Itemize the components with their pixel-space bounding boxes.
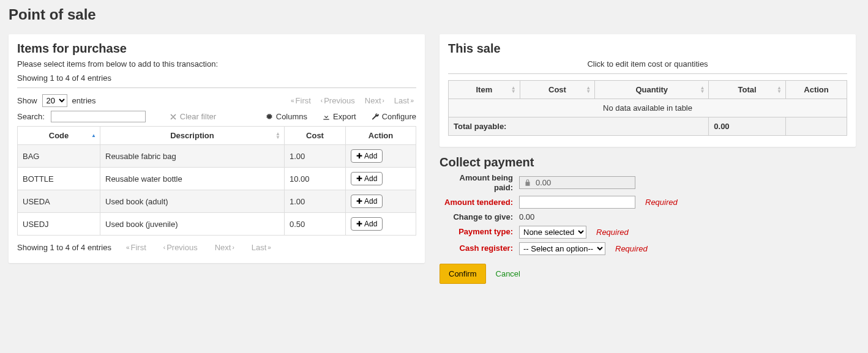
pager-prev-bottom[interactable]: ‹ Previous: [161, 243, 200, 252]
search-label: Search:: [17, 112, 45, 121]
payment-title: Collect payment: [440, 155, 856, 169]
pager-first-top[interactable]: « First: [288, 96, 313, 105]
sort-icon: ▲▼: [586, 86, 591, 94]
double-chevron-left-icon: «: [291, 97, 294, 104]
col-item[interactable]: Item▲▼: [449, 81, 520, 99]
export-button[interactable]: Export: [322, 112, 356, 121]
pager-last-bottom[interactable]: Last »: [249, 243, 274, 252]
chevron-left-icon: ‹: [321, 97, 323, 104]
sort-icon: ▲▼: [511, 86, 516, 94]
sort-icon: ▲▼: [777, 86, 782, 94]
no-data-cell: No data available in table: [449, 99, 847, 117]
cash-register-select[interactable]: -- Select an option--: [519, 242, 605, 255]
required-hint: Required: [645, 198, 678, 207]
total-payable-label: Total payable:: [449, 117, 709, 136]
table-row: USEDJ Used book (juvenile) 0.50 ✚Add: [18, 213, 416, 236]
configure-button[interactable]: Configure: [371, 112, 416, 121]
chevron-right-icon: ›: [383, 97, 384, 104]
sale-title: This sale: [448, 42, 847, 56]
cancel-link[interactable]: Cancel: [496, 269, 520, 278]
change-label: Change to give:: [440, 212, 513, 222]
amount-tendered-input[interactable]: [519, 196, 635, 209]
double-chevron-right-icon: »: [268, 244, 271, 251]
pager-first-bottom[interactable]: « First: [124, 243, 149, 252]
cell-code: USEDA: [18, 190, 100, 213]
add-button[interactable]: ✚Add: [351, 195, 383, 208]
cell-code: BOTTLE: [18, 168, 100, 190]
sort-icon: ▲▼: [275, 132, 280, 139]
sale-subtitle: Click to edit item cost or quantities: [448, 59, 847, 69]
divider: [448, 73, 847, 74]
pager-prev-top[interactable]: ‹ Previous: [318, 96, 357, 105]
chevron-left-icon: ‹: [163, 244, 165, 251]
cell-desc: Used book (juvenile): [100, 213, 285, 236]
show-entries-select[interactable]: 20: [42, 94, 67, 107]
cash-register-label: Cash register:: [440, 243, 513, 253]
items-title: Items for purchase: [17, 42, 416, 56]
payment-type-select[interactable]: None selected: [519, 226, 586, 239]
col-cost[interactable]: Cost: [285, 127, 346, 145]
cell-cost: 1.00: [285, 145, 346, 168]
add-button[interactable]: ✚Add: [351, 217, 383, 231]
pager-next-top[interactable]: Next ›: [362, 96, 387, 105]
lock-icon: [523, 179, 532, 187]
clear-filter-button[interactable]: Clear filter: [169, 112, 216, 121]
payment-type-label: Payment type:: [440, 227, 513, 237]
table-row: BAG Reusable fabric bag 1.00 ✚Add: [18, 145, 416, 168]
plus-icon: ✚: [356, 197, 362, 206]
sale-panel: This sale Click to edit item cost or qua…: [440, 34, 856, 147]
cell-cost: 0.50: [285, 213, 346, 236]
cell-cost: 10.00: [285, 168, 346, 190]
sort-icon: ▲▼: [700, 86, 705, 94]
col-total[interactable]: Total▲▼: [709, 81, 786, 99]
show-label-post: entries: [72, 96, 96, 105]
cell-desc: Reusable water bottle: [100, 168, 285, 190]
required-hint: Required: [615, 244, 648, 253]
items-table: Code ▲ Description ▲▼ Cost Action: [17, 126, 416, 236]
items-panel: Items for purchase Please select items f…: [9, 34, 425, 263]
sort-icon: ▲: [91, 134, 96, 138]
items-subtitle: Please select items from below to add to…: [17, 59, 416, 69]
amount-being-paid-field: 0.00: [519, 176, 635, 189]
show-label-pre: Show: [17, 96, 37, 105]
col-action: Action: [786, 81, 847, 99]
col-quantity[interactable]: Quantity▲▼: [595, 81, 709, 99]
amount-tendered-label: Amount tendered:: [440, 198, 513, 207]
table-row: BOTTLE Reusable water bottle 10.00 ✚Add: [18, 168, 416, 190]
plus-icon: ✚: [356, 152, 362, 160]
plus-icon: ✚: [356, 220, 362, 228]
double-chevron-right-icon: »: [410, 97, 414, 104]
cell-code: USEDJ: [18, 213, 100, 236]
cell-code: BAG: [18, 145, 100, 168]
cell-desc: Reusable fabric bag: [100, 145, 285, 168]
divider: [17, 87, 416, 88]
columns-button[interactable]: Columns: [265, 112, 307, 121]
items-showing-bottom: Showing 1 to 4 of 4 entries: [17, 243, 111, 252]
add-button[interactable]: ✚Add: [351, 172, 383, 185]
chevron-right-icon: ›: [232, 244, 234, 251]
page-title: Point of sale: [9, 6, 859, 23]
sale-table: Item▲▼ Cost▲▼ Quantity▲▼ Total▲▼ Action …: [448, 80, 847, 136]
change-value: 0.00: [519, 212, 534, 221]
table-row: USEDA Used book (adult) 1.00 ✚Add: [18, 190, 416, 213]
gear-icon: [265, 113, 274, 121]
plus-icon: ✚: [356, 174, 362, 183]
wrench-icon: [371, 113, 380, 121]
col-cost[interactable]: Cost▲▼: [520, 81, 594, 99]
search-input[interactable]: [51, 111, 146, 122]
col-code[interactable]: Code ▲: [18, 127, 100, 145]
items-showing-top: Showing 1 to 4 of 4 entries: [17, 73, 416, 83]
pager-next-bottom[interactable]: Next ›: [212, 243, 237, 252]
add-button[interactable]: ✚Add: [351, 149, 383, 163]
cell-desc: Used book (adult): [100, 190, 285, 213]
amount-being-paid-label: Amount being paid:: [440, 173, 513, 192]
pager-last-top[interactable]: Last »: [392, 96, 416, 105]
required-hint: Required: [596, 228, 629, 237]
payment-panel: Collect payment Amount being paid: 0.00 …: [440, 153, 856, 288]
col-description[interactable]: Description ▲▼: [100, 127, 285, 145]
total-payable-value: 0.00: [709, 117, 786, 136]
cell-cost: 1.00: [285, 190, 346, 213]
confirm-button[interactable]: Confirm: [440, 264, 486, 284]
col-action: Action: [346, 127, 416, 145]
download-icon: [322, 113, 331, 121]
